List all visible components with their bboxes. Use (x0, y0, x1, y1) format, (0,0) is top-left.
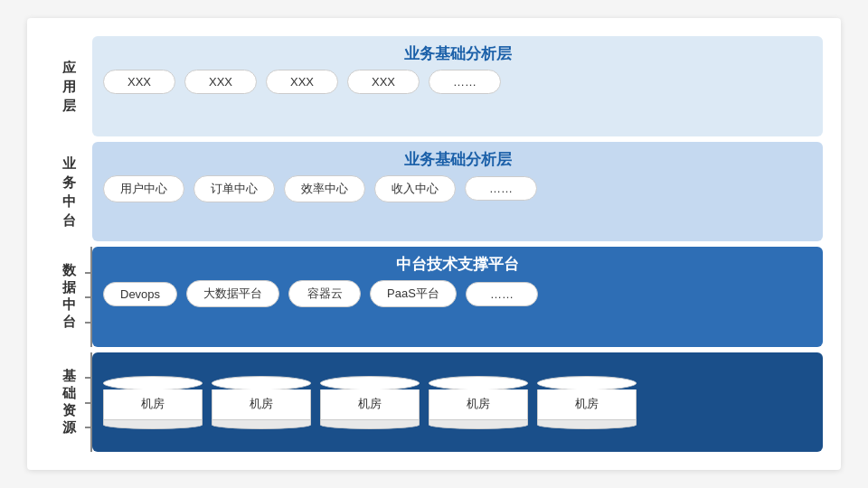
layer-yewu: 业 务 中 台 业务基础分析层 用户中心 订单中心 效率中心 收入中心 …… (45, 142, 823, 242)
card-revenue-center: 收入中心 (374, 175, 456, 202)
content-shuju: 中台技术支撑平台 Devops 大数据平台 容器云 PaaS平台 …… (92, 247, 823, 347)
layer-shuju: 数 据 中 台 中台技术支撑平台 Devops 大数据平台 容器云 PaaS平台… (45, 247, 823, 347)
card-user-center: 用户中心 (103, 175, 184, 202)
jichu-tick-1 (85, 377, 92, 379)
title-shuju: 中台技术支撑平台 (103, 254, 812, 275)
card-container: 容器云 (288, 280, 361, 307)
cylinder-3-bottom (320, 420, 420, 429)
tick-3 (85, 322, 92, 324)
card-xxx-1: XXX (103, 70, 175, 94)
cylinder-1-body: 机房 (103, 389, 203, 420)
label-jichu-group: 基 础 资 源 (45, 352, 92, 453)
jichu-divider (90, 352, 92, 453)
cylinder-3-body: 机房 (320, 389, 420, 420)
cylinder-5-body: 机房 (537, 389, 637, 420)
cards-yingyong: XXX XXX XXX XXX …… (103, 70, 812, 94)
card-bigdata: 大数据平台 (186, 280, 279, 307)
title-yewu: 业务基础分析层 (103, 149, 812, 170)
label-yewu: 业 务 中 台 (45, 142, 92, 242)
cylinder-3-top (320, 376, 420, 390)
cylinder-1: 机房 (103, 375, 203, 429)
content-jichu: 机房 机房 机房 (92, 352, 823, 453)
card-xxx-2: XXX (184, 70, 257, 94)
cylinder-5: 机房 (537, 375, 637, 429)
card-yewu-more: …… (465, 176, 537, 201)
card-efficiency-center: 效率中心 (284, 175, 365, 202)
card-xxx-3: XXX (266, 70, 338, 94)
cards-shuju: Devops 大数据平台 容器云 PaaS平台 …… (103, 280, 812, 307)
cylinders-row: 机房 机房 机房 (103, 375, 812, 429)
cylinder-5-top (537, 376, 637, 390)
card-shuju-more: …… (466, 282, 538, 306)
tick-1 (85, 272, 92, 274)
tick-2 (85, 296, 92, 298)
cylinder-4-top (429, 376, 528, 390)
cylinder-2: 机房 (212, 375, 311, 429)
shuju-divider (90, 247, 92, 347)
cylinder-4: 机房 (429, 375, 528, 429)
cylinder-2-bottom (212, 420, 311, 429)
card-paas: PaaS平台 (370, 280, 457, 307)
architecture-diagram: 应 用 层 业务基础分析层 XXX XXX XXX XXX …… 业 务 中 台… (27, 18, 841, 470)
content-yingyong: 业务基础分析层 XXX XXX XXX XXX …… (92, 36, 823, 136)
cylinder-1-top (103, 376, 203, 390)
cylinder-1-bottom (103, 420, 203, 429)
layer-yingyong: 应 用 层 业务基础分析层 XXX XXX XXX XXX …… (45, 36, 823, 136)
cylinder-5-bottom (537, 420, 637, 429)
card-order-center: 订单中心 (193, 175, 275, 202)
title-yingyong: 业务基础分析层 (103, 43, 812, 64)
content-yewu: 业务基础分析层 用户中心 订单中心 效率中心 收入中心 …… (92, 142, 823, 242)
cylinder-2-top (212, 376, 311, 390)
cards-yewu: 用户中心 订单中心 效率中心 收入中心 …… (103, 175, 812, 202)
cylinder-4-body: 机房 (429, 389, 528, 420)
card-xxx-more: …… (429, 70, 501, 94)
card-devops: Devops (103, 282, 177, 306)
label-yingyong: 应 用 层 (45, 36, 92, 136)
cylinder-3: 机房 (320, 375, 420, 429)
layer-jichu: 基 础 资 源 机房 (45, 352, 823, 453)
label-shuju-group: 数 据 中 台 (45, 247, 92, 347)
jichu-tick-2 (85, 402, 92, 404)
card-xxx-4: XXX (347, 70, 420, 94)
cylinder-4-bottom (429, 420, 528, 429)
jichu-tick-3 (85, 427, 92, 428)
cylinder-2-body: 机房 (212, 389, 311, 420)
